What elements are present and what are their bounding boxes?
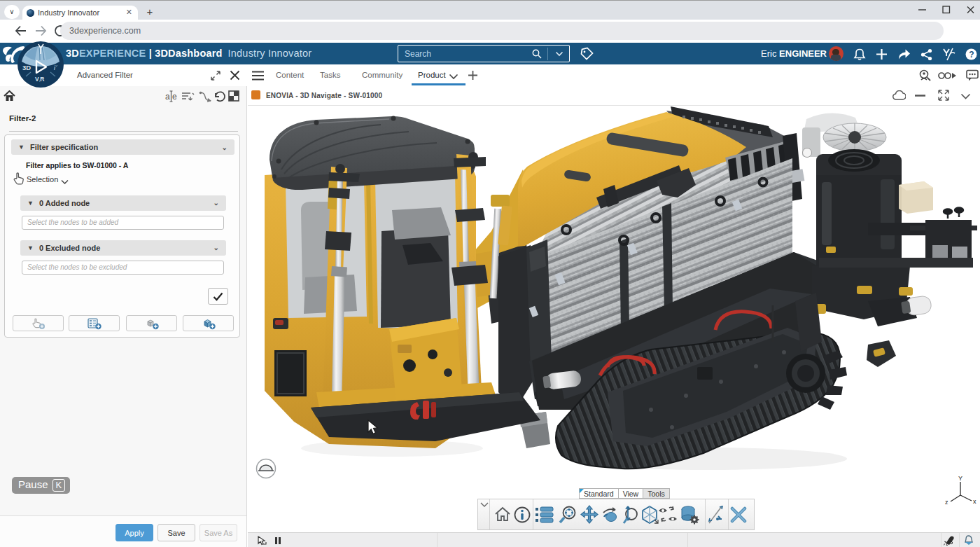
svg-text:i´: i´ xyxy=(54,64,57,71)
svg-text:a: a xyxy=(165,92,170,102)
svg-text:Y: Y xyxy=(958,475,962,482)
svg-text:3D: 3D xyxy=(22,64,31,71)
svg-text:z: z xyxy=(945,499,948,506)
svg-text:V,R: V,R xyxy=(35,76,44,83)
svg-text:?: ? xyxy=(969,50,974,60)
svg-text:e: e xyxy=(172,92,177,102)
svg-text:x: x xyxy=(973,498,976,505)
